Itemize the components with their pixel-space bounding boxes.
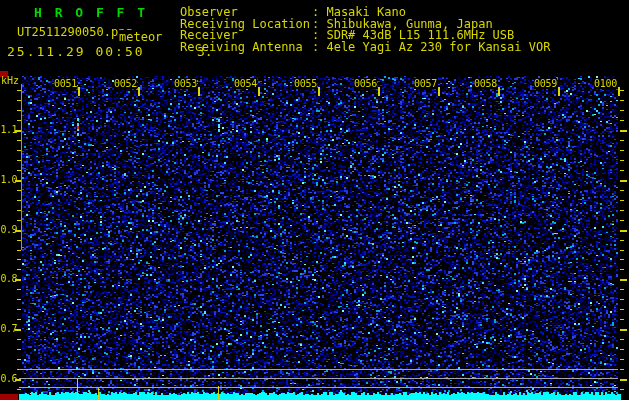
time-axis-label: 0058 [474, 78, 497, 89]
freq-axis-label: 0.6 [0, 374, 17, 384]
station-info-block: Observer: Masaki KanoReceiving Location:… [180, 7, 550, 53]
freq-axis-label: 1.1 [0, 125, 17, 135]
time-axis-label: 0056 [354, 78, 377, 89]
time-axis-label: 0055 [294, 78, 317, 89]
freq-axis-label: 0.9 [0, 225, 17, 235]
freq-axis-label: 0.8 [0, 274, 17, 284]
time-axis-label: 0051 [54, 78, 77, 89]
station-info-row: Receiving Antenna: 4ele Yagi Az 230 for … [180, 42, 550, 54]
time-axis-label: 0057 [414, 78, 437, 89]
app-title: H R O F F T [34, 5, 148, 20]
station-info-label: Receiving Antenna [180, 42, 312, 54]
freq-axis-label: 1.0 [0, 175, 17, 185]
station-info-value: : 4ele Yagi Az 230 for Kansai VOR [312, 40, 550, 54]
time-axis-label: 0052 [114, 78, 137, 89]
time-axis-label: 0053 [174, 78, 197, 89]
freq-axis-label: 0.7 [0, 324, 17, 334]
time-axis-label: 0059 [534, 78, 557, 89]
time-axis-label: 0054 [234, 78, 257, 89]
observation-datetime: 25.11.29 00:50 [7, 44, 145, 59]
spectrogram-canvas [0, 0, 629, 400]
freq-axis-unit-label: kHz [1, 75, 19, 86]
time-axis-label: 0100 [594, 78, 617, 89]
output-filename: UT2511290050.png [17, 25, 133, 39]
hrofft-window: H R O F F T UT2511290050.png meteor 25.1… [0, 0, 629, 400]
mode-label: meteor [119, 30, 162, 44]
